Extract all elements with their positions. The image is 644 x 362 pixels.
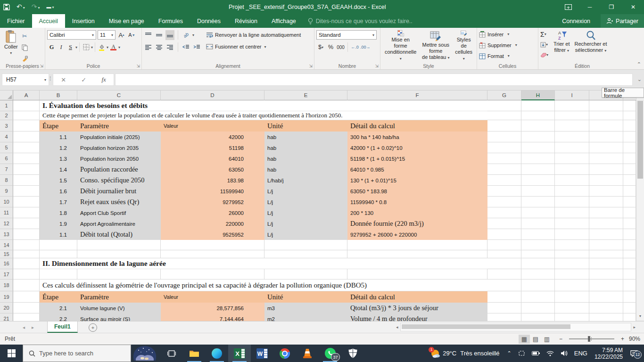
cell-G10[interactable]: [487, 197, 521, 207]
cell-D15[interactable]: [161, 250, 264, 258]
cell-B1[interactable]: I. Évaluation des besoins et débits: [40, 100, 487, 111]
font-size-combo[interactable]: 11▾: [98, 30, 116, 40]
cell-pad12[interactable]: [623, 218, 636, 229]
cell-J8[interactable]: [589, 175, 623, 186]
row-header-15[interactable]: 15: [0, 250, 13, 258]
cancel-icon[interactable]: ✕: [61, 76, 66, 83]
vertical-scrollbar-thumb[interactable]: [637, 101, 643, 179]
connexion-link[interactable]: Connexion: [562, 18, 590, 25]
cell-I14[interactable]: [555, 240, 589, 250]
currency-format-button[interactable]: $▾: [316, 42, 325, 52]
weather-desc[interactable]: Très ensoleillé: [460, 350, 499, 357]
cell-pad3[interactable]: [623, 120, 636, 132]
cell-H1[interactable]: [521, 100, 555, 111]
cell-G18[interactable]: [487, 280, 521, 291]
cell-E3[interactable]: Unité: [264, 120, 347, 132]
cell-H2[interactable]: [521, 111, 555, 120]
cell-pad11[interactable]: [623, 207, 636, 218]
cell-styles-button[interactable]: Styles decellules ▾: [453, 29, 475, 62]
cell-A5[interactable]: [13, 142, 40, 153]
cell-B17[interactable]: [40, 269, 77, 280]
cell-A11[interactable]: [13, 207, 40, 218]
cell-D9[interactable]: 11599940: [161, 186, 264, 197]
column-header-I[interactable]: I: [555, 90, 589, 100]
cell-pad18[interactable]: [623, 280, 636, 291]
cell-J1[interactable]: [589, 100, 623, 111]
row-header-20[interactable]: 20: [0, 303, 13, 313]
cell-H19[interactable]: [521, 291, 555, 303]
tab-fichier[interactable]: Fichier: [0, 14, 32, 28]
underline-dropdown[interactable]: ▾: [75, 45, 77, 49]
cell-H14[interactable]: [521, 240, 555, 250]
clear-button[interactable]: ▾: [540, 50, 548, 60]
cell-J11[interactable]: [589, 207, 623, 218]
cell-E6[interactable]: hab: [264, 153, 347, 164]
cell-A14[interactable]: [13, 240, 40, 250]
cell-I6[interactable]: [555, 153, 589, 164]
cell-pad10[interactable]: [623, 197, 636, 207]
page-layout-view-icon[interactable]: ▤: [530, 335, 541, 344]
cell-J2[interactable]: [589, 111, 623, 120]
normal-view-icon[interactable]: ▦: [519, 335, 530, 344]
cell-B12[interactable]: 1.9: [40, 218, 77, 229]
cell-pad16[interactable]: [623, 258, 636, 269]
cell-E5[interactable]: hab: [264, 142, 347, 153]
cell-C4[interactable]: Population initiale (2025): [77, 132, 161, 142]
cell-G13[interactable]: [487, 229, 521, 240]
cell-J3[interactable]: [589, 120, 623, 132]
cell-D21[interactable]: 7,144,464: [161, 313, 264, 321]
cell-H13[interactable]: [521, 229, 555, 240]
row-header-9[interactable]: 9: [0, 186, 13, 197]
cell-E12[interactable]: L/j: [264, 218, 347, 229]
cell-I8[interactable]: [555, 175, 589, 186]
cell-J9[interactable]: [589, 186, 623, 197]
copy-icon[interactable]: [20, 42, 29, 52]
cell-B8[interactable]: 1.5: [40, 175, 77, 186]
decrease-indent-icon[interactable]: [182, 42, 190, 52]
cell-pad13[interactable]: [623, 229, 636, 240]
cell-D4[interactable]: 42000: [161, 132, 264, 142]
font-color-icon[interactable]: A: [109, 42, 118, 52]
cell-H7[interactable]: [521, 164, 555, 175]
find-select-button[interactable]: Rechercher etsélectionner ▾: [572, 29, 609, 62]
cell-E14[interactable]: [264, 240, 347, 250]
sheet-nav-left-icon[interactable]: ◂: [23, 325, 25, 330]
cell-H9[interactable]: [521, 186, 555, 197]
word-button[interactable]: W: [251, 345, 273, 362]
underline-button[interactable]: S: [66, 42, 75, 52]
tab-formules[interactable]: Formules: [151, 14, 190, 28]
bold-button[interactable]: G: [47, 42, 56, 52]
cell-C21[interactable]: Surface au miroir (S): [77, 313, 161, 321]
select-all-corner[interactable]: [0, 90, 13, 100]
align-center-icon[interactable]: [155, 42, 164, 52]
wifi-icon[interactable]: [546, 351, 554, 356]
cell-C13[interactable]: Débit total (Qtotal): [77, 229, 161, 240]
wrap-text-button[interactable]: Renvoyer à la ligne automatiquement: [206, 29, 301, 41]
horizontal-scrollbar-thumb[interactable]: [402, 324, 570, 329]
cell-G8[interactable]: [487, 175, 521, 186]
cell-I1[interactable]: [555, 100, 589, 111]
cell-I5[interactable]: [555, 142, 589, 153]
save-icon[interactable]: [3, 4, 10, 10]
cell-pad19[interactable]: [623, 291, 636, 303]
cell-H4[interactable]: [521, 132, 555, 142]
cell-J21[interactable]: [589, 313, 623, 321]
cell-G4[interactable]: [487, 132, 521, 142]
row-header-8[interactable]: 8: [0, 175, 13, 186]
cell-G17[interactable]: [487, 269, 521, 280]
cell-I13[interactable]: [555, 229, 589, 240]
cell-B15[interactable]: [40, 250, 77, 258]
cell-C19[interactable]: Paramètre: [77, 291, 161, 303]
cell-A16[interactable]: [13, 258, 40, 269]
cell-D8[interactable]: 183.98: [161, 175, 264, 186]
cell-pad1[interactable]: [623, 100, 636, 111]
sheet-tab-feuil1[interactable]: Feuil1: [47, 321, 78, 333]
cell-A18[interactable]: [13, 280, 40, 291]
cell-A12[interactable]: [13, 218, 40, 229]
cell-E4[interactable]: hab: [264, 132, 347, 142]
cell-A13[interactable]: [13, 229, 40, 240]
cell-C3[interactable]: Paramètre: [77, 120, 161, 132]
cell-I9[interactable]: [555, 186, 589, 197]
cell-I4[interactable]: [555, 132, 589, 142]
cell-B7[interactable]: 1.4: [40, 164, 77, 175]
